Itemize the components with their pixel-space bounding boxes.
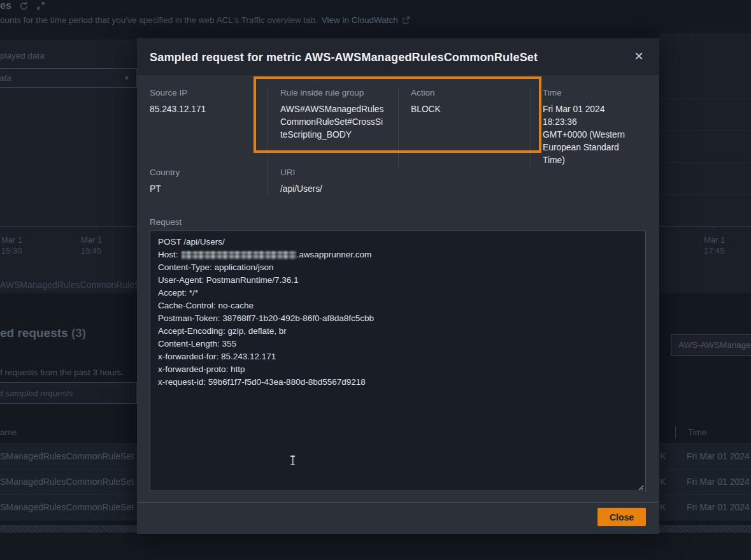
- chart-gridline: [659, 162, 751, 163]
- host-suffix: .awsapprunner.com: [297, 248, 372, 261]
- column-divider[interactable]: [675, 426, 676, 439]
- screen: es ounts for the time period that you've…: [0, 0, 751, 560]
- displayed-data-value: ata: [0, 73, 11, 83]
- field-value: AWS#AWSManagedRules CommonRuleSet#CrossS…: [280, 103, 390, 141]
- chart-x-axis: [0, 226, 137, 227]
- sampled-requests-description: f requests from the past 3 hours.: [0, 368, 124, 377]
- field-value: 85.243.12.171: [150, 103, 260, 116]
- request-textarea[interactable]: POST /api/Users/ Host: .awsapprunner.com…: [150, 231, 646, 491]
- close-icon[interactable]: ×: [630, 47, 648, 65]
- field-time: Time Fri Mar 01 2024 18:23:36 GMT+0000 (…: [530, 88, 647, 167]
- field-uri: URI /api/Users/: [268, 168, 647, 196]
- modal-title: Sampled request for metric AWS-AWSManage…: [150, 51, 538, 64]
- view-in-cloudwatch-link[interactable]: View in CloudWatch: [322, 15, 398, 25]
- chart-gridline: [659, 131, 751, 131]
- displayed-data-label: played data: [0, 51, 45, 61]
- text-cursor: [290, 456, 296, 465]
- x-axis-tick-label: Mar 1 15:30: [1, 234, 22, 256]
- refresh-icon[interactable]: [19, 1, 29, 11]
- modal-fields-row-2: Country PT URI /api/Users/: [150, 168, 647, 196]
- chart-x-axis: [659, 226, 751, 227]
- close-button[interactable]: Close: [597, 508, 646, 526]
- request-label: Request: [150, 217, 182, 227]
- field-label: Time: [543, 88, 639, 97]
- modal-header: Sampled request for metric AWS-AWSManage…: [137, 38, 659, 75]
- field-country: Country PT: [150, 168, 268, 196]
- field-label: Rule inside rule group: [280, 88, 390, 97]
- page-title-fragment: es: [0, 0, 11, 11]
- sampled-requests-filter-input[interactable]: d sampled requests: [0, 382, 137, 404]
- modal-footer-divider: [137, 502, 659, 503]
- row-action-fragment: K: [660, 502, 666, 512]
- x-axis-tick-label: Mar 1 17:45: [704, 234, 725, 256]
- field-value: PT: [150, 183, 260, 196]
- row-action-fragment: K: [660, 451, 666, 461]
- row-name: SManagedRulesCommonRuleSet: [0, 477, 134, 487]
- field-label: Source IP: [150, 88, 260, 97]
- column-header-name: ame: [0, 427, 17, 437]
- row-name: SManagedRulesCommonRuleSet: [0, 451, 134, 461]
- background-description: ounts for the time period that you've sp…: [0, 15, 410, 25]
- modal-fields-row-1: Source IP 85.243.12.171 Rule inside rule…: [150, 88, 647, 167]
- field-label: Country: [150, 168, 260, 177]
- field-value: BLOCK: [411, 103, 522, 116]
- x-axis-tickmark: [713, 226, 714, 229]
- sampled-request-modal: Sampled request for metric AWS-AWSManage…: [137, 38, 659, 534]
- row-time: Fri Mar 01 2024: [687, 502, 750, 512]
- chart-gridline: [659, 99, 751, 99]
- chart-gridline: [659, 194, 751, 195]
- row-name: SManagedRulesCommonRuleSet: [0, 502, 134, 512]
- x-axis-tick-label: Mar 1 15:45: [81, 234, 102, 256]
- row-time: Fri Mar 01 2024: [687, 477, 750, 487]
- description-text-fragment: ounts for the time period that you've sp…: [0, 15, 318, 25]
- redacted-host: [182, 251, 296, 259]
- chart-legend: AWSManagedRulesCommonRuleS: [0, 280, 137, 290]
- field-label: Action: [411, 88, 522, 97]
- request-line: POST /api/Users/: [158, 236, 638, 248]
- background-page-heading: es: [0, 0, 45, 11]
- resize-handle-icon[interactable]: [636, 482, 644, 489]
- background-chart-panel-left: played data ata ▼ Mar 1 15:30 Mar 1 15:4…: [0, 39, 137, 293]
- expand-icon[interactable]: [36, 1, 45, 10]
- external-link-icon: [402, 16, 410, 24]
- field-value: /api/Users/: [280, 183, 639, 196]
- host-prefix: Host:: [158, 248, 178, 261]
- request-host-line: Host: .awsapprunner.com: [158, 248, 638, 261]
- displayed-data-select[interactable]: ata ▼: [0, 68, 137, 88]
- sampled-requests-count: (3): [71, 326, 86, 340]
- sampled-requests-heading: ed requests (3): [0, 326, 86, 340]
- field-label: URI: [280, 168, 639, 177]
- background-chart-panel-right: Mar 1 17:45: [659, 33, 751, 293]
- row-action-fragment: K: [660, 477, 666, 487]
- caret-down-icon: ▼: [124, 75, 130, 82]
- column-header-time: Time: [688, 427, 707, 437]
- metric-select-button[interactable]: AWS-AWSManaged: [671, 334, 751, 355]
- field-source-ip: Source IP 85.243.12.171: [150, 88, 268, 167]
- field-rule-inside-rule-group: Rule inside rule group AWS#AWSManagedRul…: [268, 88, 398, 167]
- row-time: Fri Mar 01 2024: [687, 451, 750, 461]
- request-headers: Content-Type: application/json User-Agen…: [158, 261, 638, 389]
- field-action: Action BLOCK: [398, 88, 530, 167]
- field-value: Fri Mar 01 2024 18:23:36 GMT+0000 (Weste…: [543, 103, 639, 167]
- sampled-requests-heading-fragment: ed requests: [0, 326, 68, 340]
